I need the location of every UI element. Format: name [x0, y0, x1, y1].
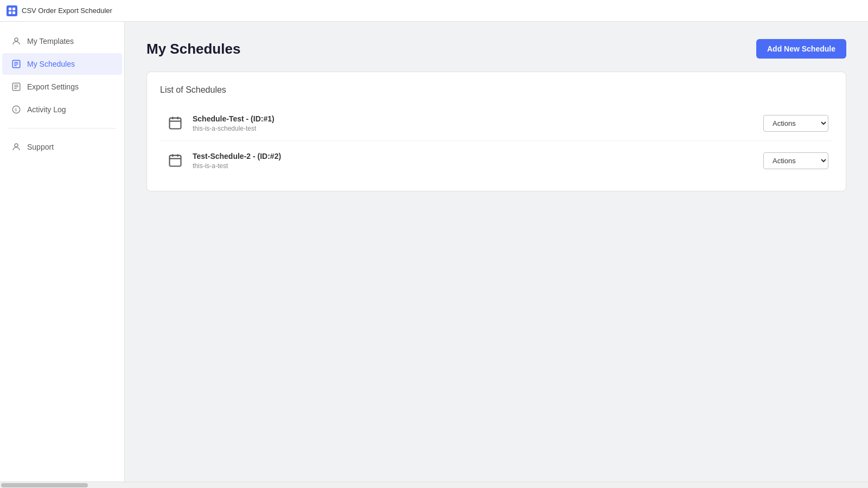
card-title: List of Schedules: [160, 85, 833, 95]
person-icon-support: [11, 142, 22, 152]
main-layout: My Templates My Schedules: [0, 22, 868, 481]
list-icon-schedules: [11, 59, 22, 69]
svg-text:$: $: [15, 107, 17, 112]
sidebar: My Templates My Schedules: [0, 22, 125, 481]
svg-point-15: [15, 144, 18, 147]
svg-rect-2: [9, 11, 11, 14]
top-bar: CSV Order Export Scheduler: [0, 0, 868, 22]
bottom-scrollbar[interactable]: [0, 481, 868, 488]
sidebar-item-support[interactable]: Support: [2, 136, 122, 158]
sidebar-nav: My Templates My Schedules: [0, 30, 124, 473]
app-title: CSV Order Export Scheduler: [22, 7, 112, 15]
schedule-info-1: Schedule-Test - (ID:#1) this-is-a-schedu…: [193, 114, 763, 132]
actions-select-1[interactable]: Actions: [763, 115, 828, 132]
schedule-item-1: Schedule-Test - (ID:#1) this-is-a-schedu…: [160, 106, 833, 141]
svg-rect-20: [170, 156, 181, 166]
sidebar-item-export-settings[interactable]: Export Settings: [2, 76, 122, 98]
add-new-schedule-button[interactable]: Add New Schedule: [756, 39, 846, 59]
actions-select-2[interactable]: Actions: [763, 152, 828, 169]
svg-rect-3: [12, 11, 15, 14]
schedule-item-2: Test-Schedule-2 - (ID:#2) this-is-a-test…: [160, 143, 833, 178]
person-icon: [11, 36, 22, 47]
scrollbar-thumb: [1, 483, 88, 487]
schedule-subtitle-1: this-is-a-schedule-test: [193, 125, 763, 132]
sidebar-item-label-export-settings: Export Settings: [27, 82, 79, 91]
svg-rect-16: [170, 118, 181, 129]
page-title: My Schedules: [146, 41, 240, 57]
list-icon-export: [11, 81, 22, 92]
schedules-card: List of Schedules Schedule-Test - (ID:#1…: [146, 72, 846, 191]
sidebar-item-label-my-schedules: My Schedules: [27, 60, 75, 68]
dollar-icon: $: [11, 104, 22, 115]
schedule-subtitle-2: this-is-a-test: [193, 162, 763, 170]
schedule-name-2: Test-Schedule-2 - (ID:#2): [193, 152, 763, 160]
sidebar-item-my-templates[interactable]: My Templates: [2, 30, 122, 52]
app-icon: [7, 5, 17, 16]
svg-rect-1: [12, 8, 15, 10]
content-area: My Schedules Add New Schedule List of Sc…: [125, 22, 868, 481]
sidebar-item-label-activity-log: Activity Log: [27, 105, 66, 114]
schedule-list: Schedule-Test - (ID:#1) this-is-a-schedu…: [160, 106, 833, 178]
calendar-icon-2: [164, 150, 186, 171]
schedule-info-2: Test-Schedule-2 - (ID:#2) this-is-a-test: [193, 152, 763, 170]
schedule-name-1: Schedule-Test - (ID:#1): [193, 114, 763, 123]
sidebar-item-my-schedules[interactable]: My Schedules: [2, 53, 122, 75]
sidebar-divider: [9, 128, 116, 129]
sidebar-item-label-my-templates: My Templates: [27, 37, 74, 46]
svg-point-4: [15, 38, 18, 41]
sidebar-item-activity-log[interactable]: $ Activity Log: [2, 99, 122, 120]
svg-rect-0: [9, 8, 11, 10]
page-header: My Schedules Add New Schedule: [146, 39, 846, 59]
sidebar-item-label-support: Support: [27, 143, 54, 151]
calendar-icon-1: [164, 112, 186, 134]
